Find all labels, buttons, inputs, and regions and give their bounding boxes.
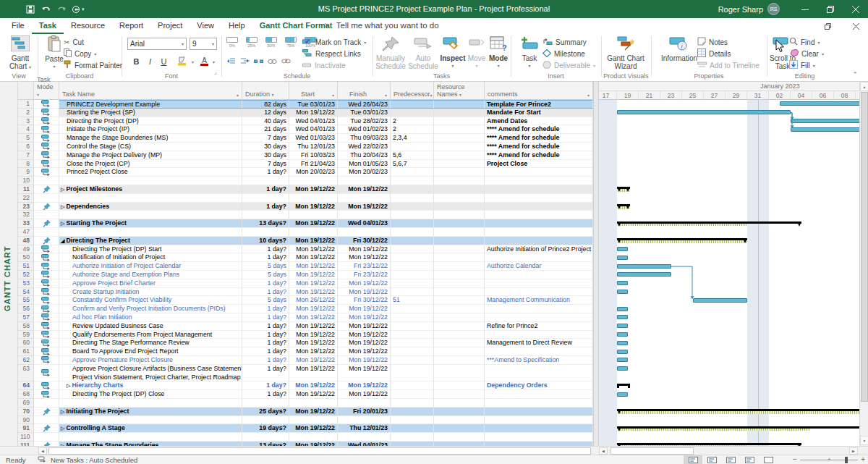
task-name-cell[interactable]: ▷Hierarchy Charts [59,381,242,390]
task-start-cell[interactable]: Mon 19/12/22 [289,424,338,433]
task-res-cell[interactable] [434,424,485,433]
task-pred-cell[interactable]: 51 [391,296,434,305]
task-pred-cell[interactable] [391,237,434,245]
task-start-cell[interactable]: Mon 19/12/22 [289,390,338,399]
row-number[interactable]: 2 [18,109,34,117]
task-pred-cell[interactable] [391,271,434,279]
task-start-cell[interactable]: Mon 19/12/22 [289,365,338,382]
task-fin-cell[interactable]: Wed 26/04/23 [338,100,391,109]
copy-button[interactable]: Copy ▾ [64,48,96,59]
percent-complete-75-button[interactable]: 75% [285,37,297,48]
task-res-cell[interactable] [434,322,485,331]
task-name-cell[interactable]: Directing The Stage Performance Review [59,339,242,347]
task-fin-cell[interactable]: Mon 19/12/22 [338,347,391,356]
task-res-cell[interactable] [434,390,485,399]
task-dur-cell[interactable] [242,194,289,203]
auto-scheduled-icon[interactable] [34,339,59,347]
task-name-cell[interactable]: PRINCE2 Development Example [59,100,242,109]
task-fin-cell[interactable]: Fri 23/12/22 [338,262,391,271]
task-fin-cell[interactable]: Mon 19/12/22 [338,185,391,194]
chart-scroll-right-button[interactable]: ▶ [849,447,858,455]
task-name-cell[interactable]: Notification of Initiation of Project [59,253,242,262]
task-dur-cell[interactable]: 12 days [242,109,289,117]
manually-scheduled-icon[interactable] [34,424,59,433]
task-res-cell[interactable] [434,237,485,245]
task-dur-cell[interactable]: 1 day? [242,365,289,382]
task-start-cell[interactable]: Mon 19/12/22 [289,185,338,194]
task-com-cell[interactable] [485,168,593,177]
row-number[interactable]: 90 [18,416,34,425]
row-number[interactable]: 64 [18,381,34,390]
insert-summary-button[interactable]: Summary [542,37,587,47]
task-res-cell[interactable] [434,117,485,126]
task-res-cell[interactable] [434,151,485,160]
task-com-cell[interactable] [485,253,593,262]
task-res-cell[interactable] [434,356,485,365]
task-com-cell[interactable]: Template For Prince2 [485,100,593,109]
task-fin-cell[interactable]: Mon 19/12/22 [338,322,391,331]
task-com-cell[interactable] [485,203,593,211]
auto-scheduled-icon[interactable] [34,279,59,288]
task-com-cell[interactable] [485,271,593,279]
row-number[interactable]: 49 [18,245,34,254]
task-dur-cell[interactable]: 10 days? [242,237,289,245]
task-res-cell[interactable] [434,160,485,169]
task-res-cell[interactable] [434,313,485,322]
task-name-cell[interactable]: Directing The Project (DP) Close [59,390,242,399]
task-start-cell[interactable]: Wed 01/03/23 [289,134,338,143]
task-com-cell[interactable]: Management Communication [485,296,593,305]
row-number[interactable]: 47 [18,228,34,237]
task-name-cell[interactable]: ▷Initiating The Project [59,408,242,416]
horizontal-scrollbars[interactable]: ◀◀▶ [0,446,868,455]
task-start-cell[interactable]: Mon 19/12/22 [289,271,338,279]
task-start-cell[interactable] [289,399,338,408]
task-res-cell[interactable] [434,331,485,339]
task-res-cell[interactable] [434,305,485,313]
task-pred-cell[interactable] [391,143,434,151]
vertical-scroll-thumb[interactable] [861,92,868,402]
task-com-cell[interactable] [485,194,593,203]
manually-scheduled-icon[interactable] [34,219,59,228]
task-dur-cell[interactable]: 1 day? [242,253,289,262]
percent-complete-25-button[interactable]: 25% [246,37,258,48]
task-fin-cell[interactable] [338,194,391,203]
task-dur-cell[interactable]: 1 day? [242,322,289,331]
task-res-cell[interactable] [434,134,485,143]
task-res-cell[interactable] [434,399,485,408]
manually-scheduled-icon[interactable] [34,185,59,194]
task-com-cell[interactable]: ***Amend to Specification [485,356,593,365]
task-name-cell[interactable]: Prince2 Project Close [59,168,242,177]
task-res-cell[interactable] [434,211,485,219]
task-dur-cell[interactable]: 1 day? [242,313,289,322]
outdent-task-icon[interactable] [226,58,236,66]
task-com-cell[interactable]: Refine for Prince2 [485,322,593,331]
row-number[interactable]: 7 [18,151,34,160]
account-info[interactable]: Roger Sharp RS [718,0,780,18]
task-pred-cell[interactable] [391,211,434,219]
task-fin-cell[interactable] [338,416,391,425]
task-start-cell[interactable] [289,433,338,442]
task-dur-cell[interactable]: 1 day? [242,339,289,347]
task-name-cell[interactable]: Authorize Initiation of Project Calendar [59,262,242,271]
task-start-cell[interactable]: Mon 19/12/22 [289,305,338,313]
task-start-cell[interactable]: Mon 19/12/22 [289,245,338,254]
column-header-name[interactable]: Task Name▾ [59,82,242,99]
task-dur-cell[interactable]: 7 days [242,134,289,143]
task-name-cell[interactable]: ▷Starting The Project [59,219,242,228]
task-name-cell[interactable]: Starting the Project (SP) [59,109,242,117]
scroll-up-button[interactable]: ▲ [860,82,868,91]
task-com-cell[interactable] [485,313,593,322]
row-number[interactable]: 10 [18,177,34,185]
task-fin-cell[interactable]: Tue 28/02/23 [338,117,391,126]
task-dur-cell[interactable]: 1 day? [242,245,289,254]
task-com-cell[interactable] [485,399,593,408]
task-name-cell[interactable]: Ad hoc Plan Initiation [59,313,242,322]
task-res-cell[interactable] [434,194,485,203]
task-start-cell[interactable]: Wed 04/01/23 [289,117,338,126]
task-name-cell[interactable]: Directing the Project (DP) [59,117,242,126]
task-pred-cell[interactable]: 5,6,7 [391,160,434,169]
row-number[interactable]: 60 [18,339,34,347]
task-name-cell[interactable]: Control the Stage (CS) [59,143,242,151]
task-res-cell[interactable] [434,219,485,228]
task-com-cell[interactable] [485,408,593,416]
